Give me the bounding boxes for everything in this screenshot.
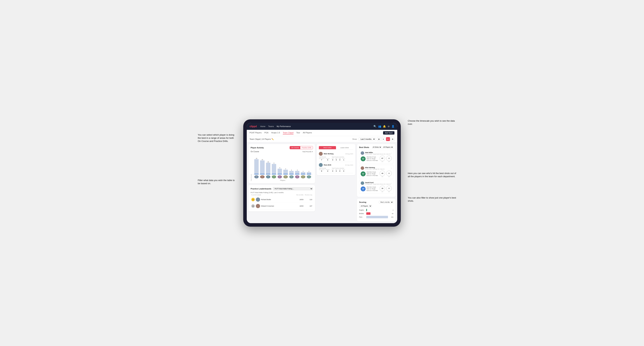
heart-view-icon[interactable]: ♥ — [386, 137, 390, 141]
ma-putt-col: PUTT 1 — [342, 158, 345, 161]
nav-link-home[interactable]: Home — [260, 125, 265, 127]
shot-location: 09 Jun 2023 · Royal North Devon GC, Hole… — [365, 154, 390, 155]
ma-practice-activities-cols: GTT 0 APP 0 ARG 0 PUTT 1 — [332, 158, 345, 161]
lb-avatar — [256, 197, 260, 202]
shot-badge: 198 SG — [361, 186, 366, 191]
bar — [295, 171, 300, 174]
all-shots-dropdown[interactable]: All Shots — [372, 146, 382, 148]
chart-filter[interactable]: Total Rounds ▾ — [302, 151, 313, 153]
shot-player: Matt Miller 09 Jun 2023 · Royal North De… — [361, 151, 392, 155]
leaderboard-header: Practice Leaderboards PUTT Must Make Put… — [250, 187, 313, 190]
shot-player: David Ford 24 Aug 2023 · Royal North Dev… — [361, 181, 392, 185]
ma-app-col: APP 0 — [335, 158, 337, 161]
subnav-pga[interactable]: PGA — [264, 132, 268, 134]
scoring-row-value: 499 — [389, 216, 394, 218]
scoring-bar — [366, 216, 388, 218]
bar-group: 2 — [307, 171, 311, 174]
ma-practice-col: Practice 6 — [326, 158, 330, 161]
show-label: Show: — [352, 138, 357, 140]
shot-metric1: 16 yds — [380, 185, 385, 192]
ma-name: Blair McHarg — [324, 153, 334, 155]
most-active-tab[interactable]: Most Active — [319, 146, 336, 149]
subnav-pgat[interactable]: PGAT Players — [250, 132, 262, 134]
bar — [254, 159, 259, 174]
ma-gtt-col: GTT 0 — [332, 169, 334, 172]
bar — [283, 170, 288, 174]
lb-avatar — [256, 204, 260, 208]
shot-metric2-val: 0 — [386, 185, 392, 191]
subnav-teamclippd[interactable]: Team Clippd — [283, 132, 294, 134]
annotation-right2: Here you can see who's hit the best shot… — [408, 172, 457, 178]
shot-metric2-val: 0 — [386, 156, 392, 161]
settings-view-icon[interactable]: ⚙ — [390, 137, 394, 141]
shot-dist: Shot Dist: 43 yds — [366, 171, 378, 173]
bar — [301, 172, 305, 174]
bar — [307, 172, 311, 174]
add-team-button[interactable]: Add Team — [383, 131, 394, 135]
least-active-tab[interactable]: Least Active — [336, 146, 353, 149]
ma-practice-activities-cols: GTT 0 APP 0 ARG 0 PUTT 0 — [332, 169, 345, 172]
ma-gtt-val: 0 — [332, 170, 334, 172]
scoring-card: Scoring Par 3, 4 & 5s All Players Eagles… — [357, 199, 396, 221]
shot-avatar — [361, 151, 364, 155]
shot-dist: Shot Dist: 67 yds — [366, 156, 378, 158]
player-avatar: J — [272, 175, 276, 178]
left-panel: Player Activity On Course Practice Drill… — [248, 144, 315, 221]
ma-practice-group: Total Practice Activities GTT 0 APP 0 AR… — [332, 168, 345, 172]
lb-pb-avg: 107 — [304, 205, 312, 207]
most-active-players: Blair McHarg 26 Aug 2023 Total Rounds To… — [319, 151, 353, 173]
nav-link-teams[interactable]: Teams — [268, 125, 274, 127]
scoring-bar — [366, 209, 367, 211]
subnav-tour[interactable]: Tour — [296, 132, 300, 134]
ma-rounds-group: Total Rounds Tournament 8 Practice 4 — [319, 168, 330, 172]
on-course-toggle[interactable]: On Course — [290, 146, 300, 149]
ma-tournament-val: 8 — [319, 170, 324, 172]
shot-expand-icon[interactable]: › — [391, 167, 392, 169]
scoring-filter1[interactable]: Par 3, 4 & 5s — [379, 201, 394, 204]
shot-expand-icon[interactable]: › — [391, 152, 392, 154]
ma-gtt-col: GTT 0 — [332, 158, 334, 161]
ma-name: Rees Britt — [324, 164, 331, 166]
leaderboard-dropdown[interactable]: PUTT Must Make Putting ... — [273, 187, 313, 190]
ma-putt-val: 0 — [342, 170, 345, 172]
bar-highlight — [266, 174, 270, 174]
scoring-bar-wrap — [366, 216, 388, 218]
view-icons: ⊞ ≡ ♥ ⚙ — [377, 137, 394, 141]
bar — [260, 161, 264, 174]
bar-value: 13 — [256, 158, 257, 159]
shot-start-lie: Start Lie: Rough — [366, 173, 378, 175]
ma-tournament-val: 7 — [319, 159, 324, 161]
practice-drills-toggle[interactable]: Practice Drills — [300, 146, 313, 149]
shot-expand-icon[interactable]: › — [391, 182, 392, 184]
search-icon[interactable]: 🔍 — [374, 125, 376, 128]
person-icon[interactable]: 👤 — [392, 125, 394, 128]
shot-end-lie: End Lie: In The Hole — [366, 175, 378, 176]
bar — [272, 164, 276, 174]
scoring-row: Pars 499 — [359, 216, 394, 218]
nav-link-myperformance[interactable]: My Performance — [277, 125, 291, 127]
table-view-icon[interactable]: ≡ — [382, 137, 385, 141]
ma-player-header: Blair McHarg 26 Aug 2023 — [319, 152, 353, 156]
shot-metric2-label: yds — [388, 161, 390, 162]
time-filter-select[interactable]: Last 3 months Last 6 months Last year — [358, 138, 376, 141]
most-active-card: Most Active Least Active Blair McHarg 26… — [317, 144, 355, 175]
subnav-hcaps[interactable]: Hcaps 1-5 — [271, 132, 280, 134]
best-shots-title: Best Shots — [359, 146, 369, 148]
bar-group: 13 — [254, 158, 259, 174]
lb-rows: 1 Richard Butler 19/20 110 2 Edward Cros… — [250, 196, 313, 209]
best-shots-card: Best Shots All Shots All Players — [357, 144, 396, 197]
subnav-allplayers[interactable]: All Players — [303, 132, 312, 134]
add-circle-icon[interactable]: ⊕ — [388, 125, 390, 128]
player-avatar: E — [260, 175, 264, 178]
people-icon[interactable]: 👥 — [378, 125, 381, 128]
ma-stats: Total Rounds Tournament 8 Practice 4 Tot… — [319, 168, 353, 172]
ma-player-header: Rees Britt 02 Sep 2023 — [319, 163, 353, 167]
shot-metric2: 0 yds — [386, 156, 392, 162]
scoring-filter2[interactable]: All Players — [359, 205, 372, 207]
grid-view-icon[interactable]: ⊞ — [377, 137, 381, 141]
scoring-bar-wrap — [366, 212, 388, 215]
all-players-dropdown[interactable]: All Players — [382, 146, 394, 148]
shot-start-lie: Start Lie: Rough — [366, 158, 378, 160]
scoring-title: Scoring — [359, 201, 366, 203]
bell-icon[interactable]: 🔔 — [383, 125, 386, 128]
